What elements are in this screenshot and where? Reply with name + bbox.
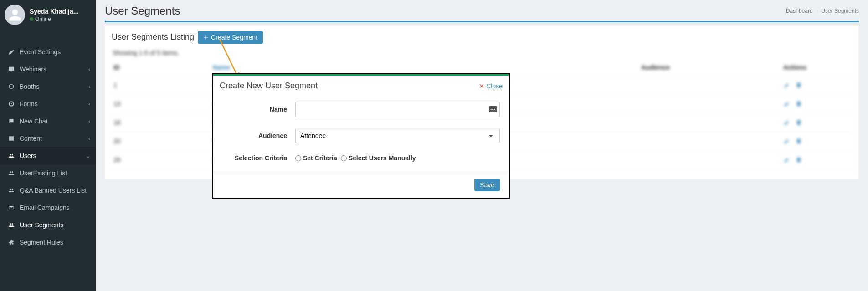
wrench-icon bbox=[7, 49, 16, 55]
audience-select[interactable]: Attendee bbox=[295, 128, 500, 143]
cell-audience bbox=[531, 94, 779, 113]
target-icon bbox=[7, 101, 16, 107]
cell-audience bbox=[531, 76, 779, 94]
sidebar-item-label: Event Settings bbox=[20, 48, 61, 56]
sidebar-item-users[interactable]: Users ⌄ bbox=[0, 147, 96, 164]
sidebar-item-label: New Chat bbox=[20, 117, 47, 125]
breadcrumb: Dashboard › User Segments bbox=[786, 8, 859, 14]
edit-icon[interactable] bbox=[783, 100, 791, 107]
col-id: ID bbox=[110, 59, 209, 76]
users-icon bbox=[7, 187, 16, 194]
chat-icon bbox=[7, 118, 16, 124]
button-label: Create Segment bbox=[211, 34, 257, 41]
status-online-icon bbox=[30, 17, 33, 21]
sidebar-item-label: User Segments bbox=[20, 221, 63, 229]
breadcrumb-link[interactable]: Dashboard bbox=[786, 8, 813, 14]
breadcrumb-current: User Segments bbox=[821, 8, 859, 14]
user-panel: Syeda Khadija... Online bbox=[0, 0, 96, 30]
cell-id: 18 bbox=[110, 113, 209, 132]
sidebar-sub-segment-rules[interactable]: Segment Rules bbox=[0, 234, 96, 251]
page-title: User Segments bbox=[105, 5, 180, 17]
cell-audience bbox=[531, 150, 779, 169]
save-button[interactable]: Save bbox=[474, 179, 500, 191]
sidebar-item-webinars[interactable]: Webinars ‹ bbox=[0, 61, 96, 78]
name-input[interactable] bbox=[295, 102, 500, 117]
delete-icon[interactable] bbox=[795, 156, 802, 163]
modal-close-button[interactable]: Close bbox=[479, 82, 503, 90]
sidebar-item-event-settings[interactable]: Event Settings bbox=[0, 43, 96, 61]
sidebar-sub-banned-users[interactable]: Q&A Banned Users List bbox=[0, 182, 96, 199]
col-audience: Audience bbox=[531, 59, 779, 76]
radio-select-manually-input[interactable] bbox=[341, 155, 347, 161]
cell-audience bbox=[531, 132, 779, 150]
cell-id: 29 bbox=[110, 150, 209, 169]
cell-id: 13 bbox=[110, 94, 209, 113]
sidebar-sub-email-campaigns[interactable]: Email Campaigns bbox=[0, 199, 96, 216]
radio-set-criteria[interactable]: Set Criteria bbox=[295, 154, 337, 162]
listing-title: User Segments Listing bbox=[112, 32, 194, 42]
create-segment-button[interactable]: Create Segment bbox=[198, 31, 263, 44]
close-icon bbox=[479, 83, 484, 89]
sidebar-item-label: Email Campaigns bbox=[20, 204, 70, 211]
input-extension-icon[interactable]: ••• bbox=[489, 106, 497, 112]
edit-icon[interactable] bbox=[783, 156, 791, 163]
sidebar-item-label: Segment Rules bbox=[20, 239, 63, 246]
edit-icon[interactable] bbox=[783, 138, 791, 145]
users-icon bbox=[7, 153, 16, 159]
sidebar-sub-user-segments[interactable]: User Segments bbox=[0, 216, 96, 234]
sidebar-item-label: Forms bbox=[20, 100, 38, 107]
radio-set-criteria-input[interactable] bbox=[295, 155, 301, 161]
chevron-left-icon: ‹ bbox=[88, 136, 90, 141]
users-icon bbox=[7, 170, 16, 176]
cell-actions bbox=[780, 132, 854, 150]
cube-icon bbox=[7, 83, 16, 90]
puzzle-icon bbox=[7, 239, 16, 245]
col-actions: Actions bbox=[780, 59, 854, 76]
sidebar-item-content[interactable]: Content ‹ bbox=[0, 130, 96, 147]
divider bbox=[105, 21, 859, 22]
create-segment-modal: Create New User Segment Close Name ••• A… bbox=[212, 73, 510, 199]
chevron-left-icon: ‹ bbox=[88, 118, 90, 124]
button-label: Save bbox=[480, 181, 494, 189]
sidebar-item-new-chat[interactable]: New Chat ‹ bbox=[0, 112, 96, 130]
delete-icon[interactable] bbox=[795, 138, 802, 145]
sidebar: Syeda Khadija... Online Event Settings W… bbox=[0, 0, 96, 291]
modal-title: Create New User Segment bbox=[220, 81, 318, 91]
avatar bbox=[5, 5, 25, 25]
cell-id: 20 bbox=[110, 132, 209, 150]
name-label: Name bbox=[222, 106, 295, 113]
display-icon bbox=[7, 66, 16, 72]
cell-actions bbox=[780, 76, 854, 94]
edit-icon[interactable] bbox=[783, 82, 791, 89]
delete-icon[interactable] bbox=[795, 119, 802, 126]
sidebar-item-label: UserExisting List bbox=[20, 169, 67, 177]
plus-icon bbox=[203, 35, 209, 40]
chevron-left-icon: ‹ bbox=[88, 84, 90, 89]
sidebar-item-forms[interactable]: Forms ‹ bbox=[0, 95, 96, 112]
close-label: Close bbox=[486, 82, 503, 90]
edit-icon[interactable] bbox=[783, 119, 791, 126]
audience-label: Audience bbox=[222, 132, 295, 139]
cell-actions bbox=[780, 113, 854, 132]
delete-icon[interactable] bbox=[795, 82, 802, 89]
chevron-left-icon: ‹ bbox=[88, 66, 90, 72]
chevron-down-icon: ⌄ bbox=[86, 153, 90, 159]
radio-select-manually[interactable]: Select Users Manually bbox=[341, 154, 416, 162]
cell-id: 1 bbox=[110, 76, 209, 94]
sidebar-sub-user-existing[interactable]: UserExisting List bbox=[0, 164, 96, 182]
cell-audience bbox=[531, 113, 779, 132]
sidebar-item-label: Booths bbox=[20, 83, 40, 90]
cell-actions bbox=[780, 150, 854, 169]
sidebar-nav: Event Settings Webinars ‹ Booths ‹ Forms… bbox=[0, 43, 96, 251]
sidebar-item-label: Users bbox=[20, 152, 36, 159]
listing-summary: Showing 1-5 of 5 items. bbox=[110, 49, 854, 59]
user-name: Syeda Khadija... bbox=[30, 8, 91, 15]
delete-icon[interactable] bbox=[795, 100, 802, 107]
sidebar-item-label: Webinars bbox=[20, 66, 46, 73]
chevron-left-icon: ‹ bbox=[88, 101, 90, 107]
selection-label: Selection Criteria bbox=[222, 154, 295, 162]
user-status: Online bbox=[30, 16, 91, 22]
sidebar-item-booths[interactable]: Booths ‹ bbox=[0, 78, 96, 95]
sidebar-item-label: Q&A Banned Users List bbox=[20, 187, 87, 194]
image-icon bbox=[7, 135, 16, 142]
